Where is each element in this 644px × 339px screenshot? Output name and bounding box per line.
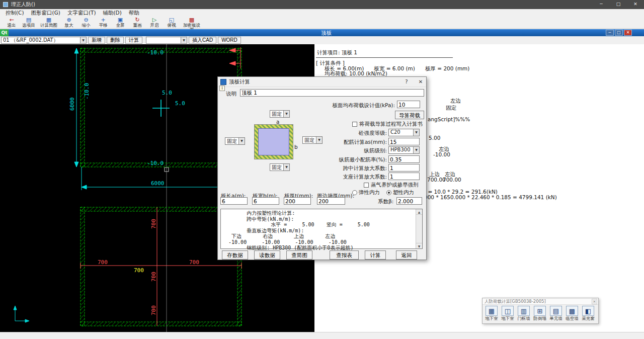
- write-process-checkbox[interactable]: [352, 122, 357, 127]
- rebar-label: 纵筋级别:: [287, 147, 387, 154]
- doc-minimize-icon[interactable]: ─: [606, 30, 614, 36]
- minimize-icon[interactable]: ─: [593, 0, 610, 9]
- menu-text-window[interactable]: 文字窗口(T): [64, 9, 100, 17]
- scroll-down-icon[interactable]: ▼: [416, 243, 422, 248]
- delete-button[interactable]: 删除: [107, 37, 124, 44]
- dialog-titlebar[interactable]: 顶板计算 ? ✕: [218, 77, 426, 87]
- window-title: 理正人防(): [11, 1, 35, 8]
- read-data-button[interactable]: 读数据: [254, 250, 280, 260]
- palette-item-door-frame-wall[interactable]: ▥ 门框墙: [516, 306, 532, 321]
- menu-graphic-window[interactable]: 图形窗口(G): [28, 9, 64, 17]
- note-label: 说明: [226, 91, 236, 98]
- beta-input[interactable]: [396, 197, 422, 205]
- as-input[interactable]: [388, 138, 420, 145]
- select-project-button[interactable]: ▤ 选项目: [20, 17, 37, 28]
- dense-slab-settings-button[interactable]: ▩ 加密板设置: [180, 17, 203, 28]
- thickness-input[interactable]: [284, 197, 311, 205]
- close-icon[interactable]: ✕: [417, 78, 424, 86]
- info-icon: i: [219, 86, 225, 91]
- as-label: 配筋计算as(mm):: [287, 139, 387, 146]
- door-frame-wall-icon: ▥: [518, 306, 530, 316]
- load-input[interactable]: [397, 101, 420, 108]
- calc-diagram-button[interactable]: ▦ 计算简图: [37, 17, 60, 28]
- ratio-input[interactable]: [388, 155, 420, 163]
- doc-close-icon[interactable]: ✕: [624, 30, 632, 36]
- cad-label: -10.0: [84, 83, 90, 100]
- word-button[interactable]: WORD: [218, 37, 241, 44]
- open-button[interactable]: ▷ 开启: [146, 17, 163, 28]
- palette-item-collapse-proof[interactable]: ⊞ 防倒塌: [532, 306, 548, 321]
- zoom-out-button[interactable]: ⊖ 缩小: [77, 17, 95, 28]
- edge-left-combo[interactable]: 固定 ▼: [225, 137, 245, 145]
- qt-badge: Qt: [0, 29, 9, 36]
- concrete-combo[interactable]: C20 ▼: [388, 129, 420, 136]
- load-calc-palette: 人防荷载计算[GB50038-2005] ✕ ▦ 地下室 ◫ 地下室 ▥ 门框墙…: [482, 298, 599, 324]
- top-view-button[interactable]: ◱ 俯视: [163, 17, 180, 28]
- slab-calc-dialog: 顶板计算 ? ✕ i 说明 板面均布荷载设计值(kPa): 导算荷载 将荷载导算…: [217, 76, 427, 260]
- calculate-button[interactable]: 计算: [365, 250, 386, 260]
- chevron-down-icon: ▼: [80, 37, 86, 43]
- steam-cure-label: 蒸气养护或掺早强剂: [371, 182, 419, 189]
- pan-button[interactable]: + 平移: [95, 17, 112, 28]
- rebar-combo[interactable]: HPB300 ▼: [388, 146, 420, 154]
- cad-label: 700: [189, 259, 199, 266]
- palette-item-unit-wall[interactable]: ▤ 单元墙: [548, 306, 564, 321]
- help-icon[interactable]: ?: [403, 78, 410, 86]
- beta-label: 系数β:: [378, 198, 393, 205]
- cad-label: 5.0: [162, 90, 172, 96]
- scroll-up-icon[interactable]: ▲: [416, 209, 422, 215]
- exit-button[interactable]: ← 退出: [3, 17, 20, 28]
- concrete-label: 砼强度等级:: [287, 130, 387, 137]
- menu-help[interactable]: 帮助: [125, 9, 143, 17]
- palette-item-skylight[interactable]: ◧ 采光窗: [580, 306, 596, 321]
- palette-item-airspace-wall[interactable]: ▩ 临空墙: [564, 306, 580, 321]
- file-select-combo[interactable]: 01 （&RF_0002.DAT） ▼: [1, 37, 87, 44]
- width-input[interactable]: [252, 197, 279, 205]
- cad-label: 6000: [69, 98, 75, 111]
- report-divider: [316, 57, 453, 58]
- plastic-radio[interactable]: [386, 190, 391, 195]
- insert-cad-button[interactable]: 插入CAD: [189, 37, 216, 44]
- report-fragment: 000 * 1650.000 * 22.460 * 0.185 = 4799.1…: [424, 194, 557, 200]
- ucs-axis-icon: [14, 306, 29, 322]
- cad-label: 5.0: [175, 100, 185, 107]
- maximize-icon[interactable]: □: [610, 0, 627, 9]
- palette-title: 人防荷载计算[GB50038-2005]: [482, 298, 598, 305]
- palette-item-basement-1[interactable]: ▦ 地下室: [484, 306, 500, 321]
- secondary-combo[interactable]: ▼: [146, 37, 187, 44]
- fullscreen-button[interactable]: ▣ 全屏: [112, 17, 129, 28]
- back-button[interactable]: 返回: [396, 250, 417, 260]
- edge-bottom-combo[interactable]: 固定 ▼: [270, 163, 290, 171]
- note-input[interactable]: [240, 89, 424, 97]
- new-button[interactable]: 新增: [88, 37, 105, 44]
- view-report-button[interactable]: 查报表: [330, 250, 359, 260]
- derive-load-button[interactable]: 导算荷载: [395, 111, 424, 119]
- close-icon[interactable]: ✕: [592, 299, 597, 304]
- chevron-down-icon: ▼: [238, 138, 245, 144]
- save-data-button[interactable]: 存数据: [222, 250, 248, 260]
- menu-control[interactable]: 控制(C): [2, 9, 28, 17]
- wall-thickness-input[interactable]: [317, 197, 345, 205]
- cad-label: -10.0: [147, 160, 164, 166]
- skylight-icon: ◧: [582, 306, 594, 316]
- midspan-input[interactable]: [388, 164, 420, 172]
- write-process-label: 将荷载导算过程写入计算书: [359, 121, 423, 128]
- steam-cure-checkbox[interactable]: [364, 183, 369, 188]
- report-fragment: 左边: [450, 98, 461, 105]
- close-icon[interactable]: ✕: [627, 0, 644, 9]
- calc-button[interactable]: 计算: [125, 37, 142, 44]
- length-input[interactable]: [220, 197, 248, 205]
- doc-maximize-icon[interactable]: □: [615, 30, 623, 36]
- collapse-proof-icon: ⊞: [534, 306, 546, 316]
- palette-item-basement-2[interactable]: ◫ 地下室: [500, 306, 516, 321]
- file-toolbar: 01 （&RF_0002.DAT） ▼ 新增 删除 计算 ▼ 插入CAD WOR…: [0, 36, 644, 44]
- menu-assist[interactable]: 辅助(D): [99, 9, 125, 17]
- report-fragment: angScript]%%%: [428, 116, 470, 122]
- view-diagram-button[interactable]: 查简图: [286, 250, 312, 260]
- edge-top-combo[interactable]: 固定 ▼: [270, 110, 290, 118]
- support-input[interactable]: [388, 173, 420, 180]
- result-scrollbar[interactable]: ▲ ▼: [416, 209, 422, 248]
- basement-wall-icon: ◫: [502, 306, 514, 316]
- zoom-in-button[interactable]: ⊕ 放大: [60, 17, 77, 28]
- redraw-button[interactable]: ↻ 重画: [129, 17, 146, 28]
